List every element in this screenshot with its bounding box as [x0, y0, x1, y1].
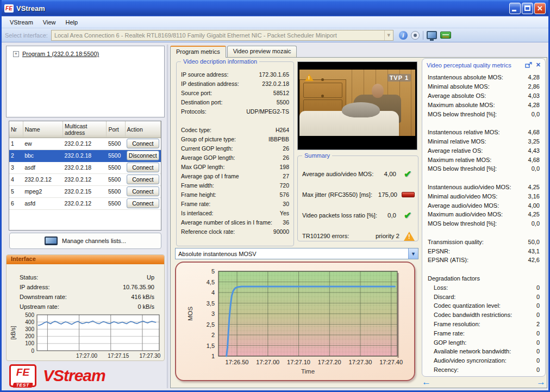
menu-item[interactable]: VStream [5, 18, 38, 27]
maximize-button[interactable] [522, 3, 533, 14]
app-window: FE VStream ✕ VStreamViewHelp Select inte… [0, 0, 550, 392]
close-button[interactable]: ✕ [534, 3, 546, 14]
description-row: Group of picture type: IBBPBB [181, 134, 289, 144]
metric-row: Instantenous relative MOS: 4,68 [428, 128, 540, 137]
splitter[interactable] [167, 45, 168, 388]
description-row: Max GOP length: 198 [181, 162, 289, 171]
video-preview-scene: TVP 1 [299, 70, 415, 136]
metric-row: MOS below threshold [%]: 0,0 [428, 164, 540, 173]
quality-metrics-panel: Video perceptual quality metrics ✕ Insta… [422, 58, 546, 377]
metric-row: Codec quantization level: 0 [428, 301, 540, 310]
record-icon[interactable] [411, 31, 420, 40]
toolbar: Select interface: Local Area Connection … [2, 28, 548, 42]
summary-row: Max jitter (RFC3550) [ms]: 175,00 [302, 184, 415, 205]
network-card-icon[interactable] [440, 32, 451, 39]
svg-text:[kB/s]: [kB/s] [10, 326, 16, 339]
description-row: Is interlaced: Yes [181, 208, 289, 217]
interface-row: IP address: 10.76.35.90 [20, 282, 154, 292]
interface-row: Status: Up [20, 272, 154, 282]
svg-text:17:27.10: 17:27.10 [287, 359, 310, 365]
window-title: VStream [16, 4, 509, 13]
quality-metrics-title: Video perceptual quality metrics [427, 62, 525, 69]
metric-row: Discard: 0 [428, 292, 540, 301]
tab-video-preview-mozaic[interactable]: Video preview mozaic [227, 46, 297, 57]
interface-row: Upstream rate: 0 kB/s [20, 302, 154, 312]
tab-program-metrics[interactable]: Program metrics [170, 46, 226, 58]
svg-text:0: 0 [31, 348, 34, 354]
fe-test-logo-icon: FE TEST [9, 364, 36, 387]
svg-text:17:26.50: 17:26.50 [226, 359, 249, 365]
description-row: Reference clock rate: 90000 [181, 227, 289, 236]
channel-table-header: Nr Name Multicast address Port Action [9, 121, 161, 138]
brand-logo: FE TEST VStream [9, 364, 105, 387]
svg-text:200: 200 [25, 333, 34, 339]
svg-text:MOS: MOS [187, 307, 193, 321]
svg-text:17:27.00: 17:27.00 [76, 353, 97, 359]
title-bar: FE VStream ✕ [2, 0, 548, 16]
detach-icon[interactable] [525, 62, 533, 69]
svg-text:1,5: 1,5 [207, 343, 215, 349]
summary-row: Video packets loss ratio [%]: 0,0 [302, 205, 415, 226]
video-preview[interactable]: TVP 1 [297, 61, 417, 150]
tv-icon[interactable] [427, 31, 437, 39]
table-row[interactable]: 5 mpeg2 232.0.2.15 5500 Connect [9, 185, 161, 197]
table-row[interactable]: 3 asdf 232.0.2.18 5500 Connect [9, 161, 161, 173]
svg-text:300: 300 [25, 326, 34, 332]
menu-item[interactable]: View [38, 18, 61, 27]
tree-item-program1[interactable]: + Program 1 (232.0.2.18:5500) [13, 51, 164, 57]
table-row[interactable]: 1 ew 232.0.2.12 5500 Connect [9, 138, 161, 150]
metric-row: Loss: 0 [428, 283, 540, 292]
description-row: Current GOP length: 26 [181, 144, 289, 153]
summary-row: Average audio/video MOS: 4,00 [302, 164, 415, 184]
metric-row: Maximum relative MOS: 4,68 [428, 155, 540, 164]
prev-arrow-icon[interactable]: ← [422, 378, 431, 386]
svg-text:1: 1 [211, 353, 215, 359]
metric-row: Instantenous absolute MOS: 4,28 [428, 73, 540, 82]
channel-action-button[interactable]: Connect [127, 139, 159, 148]
channel-action-button[interactable]: Disconnect [127, 151, 159, 160]
mos-chart-panel: 11,522,533,544,5517:26.5017:27.0017:27.1… [175, 262, 415, 381]
metric-row: Audio/video syncronization: 0 [428, 356, 540, 365]
table-row[interactable]: 4 232.0.2.12 232.0.2.12 5500 Connect [9, 173, 161, 185]
svg-text:2,5: 2,5 [207, 321, 215, 328]
close-panel-icon[interactable]: ✕ [536, 61, 541, 69]
metric-selector-dropdown[interactable]: Absolute instantenous MOSV ▼ [175, 248, 418, 259]
description-row: IP source address: 172.30.1.65 [181, 70, 289, 79]
table-row[interactable]: 2 bbc 232.0.2.18 5500 Disconnect [9, 150, 161, 161]
table-row[interactable]: 6 asfd 232.0.2.12 5500 Connect [9, 197, 161, 209]
channel-action-button[interactable]: Connect [127, 186, 159, 196]
minimize-button[interactable] [509, 3, 521, 14]
menu-item[interactable]: Help [60, 18, 83, 27]
interface-panel: Interface Status: Up IP address: 10.76.3… [6, 254, 165, 361]
svg-text:17:27.30: 17:27.30 [139, 353, 160, 359]
metric-row: Frame resolution: 2 [428, 320, 540, 329]
interface-combobox[interactable]: Local Area Connection 6 - Realtek RTL816… [51, 30, 393, 41]
tree-expand-icon[interactable]: + [13, 51, 19, 57]
metric-row: Recency: 0 [428, 365, 540, 375]
svg-text:17:27.30: 17:27.30 [349, 359, 372, 365]
svg-text:4: 4 [211, 289, 215, 296]
chevron-down-icon[interactable]: ▾ [384, 30, 393, 40]
metric-row: EPSNR (ATIS): 42,6 [428, 256, 540, 265]
metric-row: Average audio/video MOS: 4,00 [428, 201, 540, 210]
description-row: Average gap of I frame 27 [181, 171, 289, 181]
description-row: Destination port: 5500 [181, 97, 289, 107]
svg-text:4,5: 4,5 [207, 279, 215, 285]
metric-row: MOS below threshold [%]: 0,0 [428, 109, 540, 119]
manage-channels-button[interactable]: Manage channels lists... [9, 233, 161, 249]
channel-logo: TVP 1 [388, 74, 411, 82]
svg-text:17:27.00: 17:27.00 [256, 359, 279, 365]
channel-action-button[interactable]: Connect [127, 198, 159, 208]
maximize-icon [524, 5, 530, 11]
info-icon[interactable]: i [399, 31, 408, 40]
next-arrow-icon[interactable]: → [536, 378, 546, 386]
bitrate-chart-svg: 010020030040050017:27.0017:27.1517:27.30… [9, 312, 165, 360]
channel-action-button[interactable]: Connect [127, 163, 159, 172]
svg-text:17:27.15: 17:27.15 [108, 353, 129, 359]
metric-row: Instantenous audio/video MOS: 4,25 [428, 183, 540, 192]
metric-row: Available network bandwidth: 0 [428, 347, 540, 356]
status-icon [404, 232, 415, 241]
interface-panel-title: Interface [7, 255, 164, 264]
chevron-down-icon[interactable]: ▼ [408, 248, 418, 259]
channel-action-button[interactable]: Connect [127, 175, 159, 184]
